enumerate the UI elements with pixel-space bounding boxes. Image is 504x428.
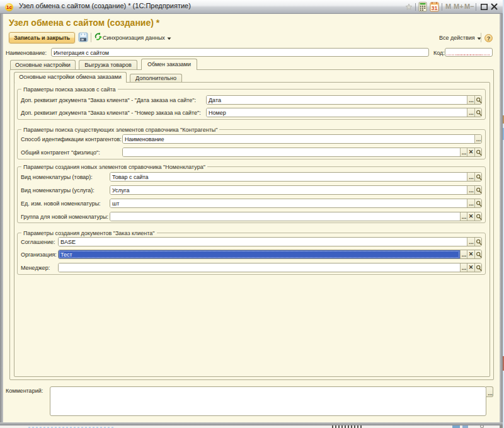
svg-text:31: 31	[431, 5, 437, 11]
